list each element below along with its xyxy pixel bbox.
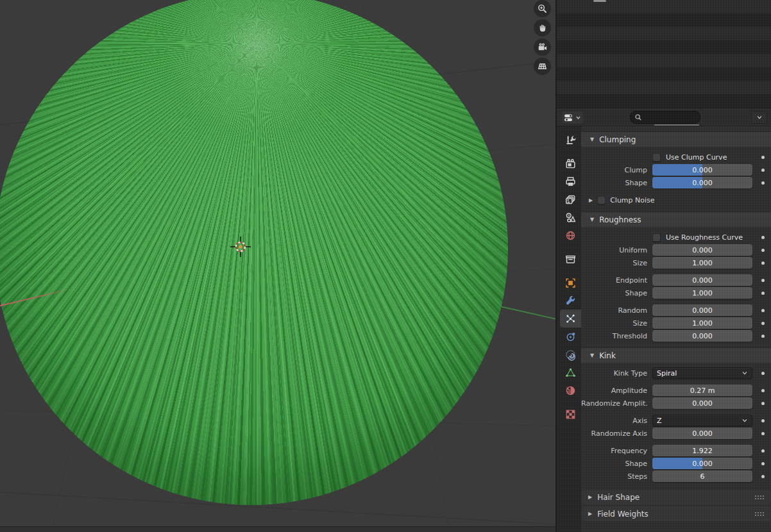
threshold-number[interactable]: 0.000 [652, 330, 752, 342]
properties-tab-particles[interactable] [560, 310, 581, 328]
chevron-down-icon [575, 115, 581, 121]
properties-tab-constraints[interactable] [560, 345, 581, 363]
disclosure-triangle-icon: ▼ [590, 137, 594, 142]
steps-number[interactable]: 6 [652, 470, 752, 482]
animate-decorator-dot[interactable] [761, 169, 765, 172]
wrench-icon [564, 295, 577, 307]
editor-type-button[interactable] [562, 112, 583, 124]
uniform-number[interactable]: 0.000 [652, 244, 752, 256]
filter-dropdown-button[interactable] [751, 111, 767, 124]
animate-decorator-dot[interactable] [761, 449, 765, 453]
properties-tab-material[interactable] [560, 381, 581, 399]
animate-decorator-dot[interactable] [761, 462, 765, 465]
drag-grip-icon[interactable] [754, 495, 764, 500]
animate-decorator-dot[interactable] [761, 419, 765, 422]
properties-tab-tool[interactable] [560, 131, 581, 149]
amplitude-number[interactable]: 0.27 m [652, 385, 752, 396]
search-box[interactable] [630, 111, 700, 124]
field-value: 0.27 m [652, 385, 752, 396]
gizmo-camera-view-button[interactable] [534, 38, 551, 56]
world-icon [564, 229, 577, 242]
clump-noise-checkbox[interactable] [597, 196, 606, 204]
size-number[interactable]: 1.000 [652, 317, 752, 329]
panel-title: Hair Shape [597, 493, 640, 502]
properties-tab-view-layer[interactable] [560, 190, 581, 208]
scrollbar-thumb[interactable] [593, 0, 606, 2]
animate-decorator-dot[interactable] [761, 279, 765, 282]
properties-tab-physics[interactable] [560, 328, 581, 345]
disclosure-triangle-icon: ▶ [588, 494, 592, 500]
dropdown-value: Z [657, 417, 662, 425]
shape-slider[interactable]: 0.000 [652, 177, 752, 188]
subpanel-clump-noise[interactable]: ▶Clump Noise [581, 194, 771, 206]
kink-type-dropdown[interactable]: Spiral [652, 367, 752, 379]
field-label: Threshold [581, 332, 647, 340]
animate-decorator-dot[interactable] [761, 262, 765, 265]
use-clump-curve-checkbox[interactable] [652, 153, 661, 162]
shape-slider[interactable]: 0.000 [652, 458, 752, 469]
endpoint-number[interactable]: 0.000 [652, 274, 752, 286]
animate-decorator-dot[interactable] [761, 156, 765, 159]
row-size: Size1.000 [581, 256, 771, 269]
properties-tab-column [557, 126, 581, 532]
gizmo-zoom-button[interactable] [534, 0, 551, 17]
properties-tab-render[interactable] [560, 154, 581, 172]
animate-decorator-dot[interactable] [761, 432, 765, 435]
section-header-roughness[interactable]: ▼ Roughness [581, 212, 771, 227]
section-body-roughness: Use Roughness CurveUniform0.000Size1.000… [581, 227, 771, 347]
size-number[interactable]: 1.000 [652, 257, 752, 269]
properties-tab-object-data[interactable] [560, 363, 581, 381]
shape-number[interactable]: 1.000 [652, 287, 752, 299]
animate-decorator-dot[interactable] [761, 389, 765, 392]
animate-decorator-dot[interactable] [761, 181, 765, 185]
properties-tab-collection[interactable] [560, 250, 581, 268]
use-roughness-curve-checkbox[interactable] [652, 233, 661, 242]
section-header-kink[interactable]: ▼ Kink [581, 347, 771, 363]
3d-viewport[interactable] [0, 0, 557, 532]
particle-settings-panel: ▼ ClumpingUse Clump CurveClump0.000Shape… [581, 126, 771, 532]
animate-decorator-dot[interactable] [761, 335, 765, 338]
animate-decorator-dot[interactable] [761, 236, 765, 239]
properties-tab-output[interactable] [560, 172, 581, 190]
randomize-axis-number[interactable]: 0.000 [652, 428, 752, 439]
clump-slider[interactable]: 0.000 [652, 164, 752, 176]
gizmo-pan-button[interactable] [534, 19, 551, 37]
field-label: Kink Type [581, 369, 647, 378]
animate-decorator-dot[interactable] [761, 322, 765, 325]
randomize-amplit-number[interactable]: 0.000 [652, 397, 752, 409]
row-shape: Shape0.000 [581, 176, 771, 189]
material-icon [564, 385, 577, 397]
hair-particle-sphere[interactable] [0, 0, 508, 505]
texture-icon [564, 408, 577, 420]
editor-divider[interactable] [555, 0, 557, 532]
animate-decorator-dot[interactable] [761, 372, 765, 375]
section-header-clumping[interactable]: ▼ Clumping [581, 131, 771, 147]
search-input[interactable] [642, 113, 693, 122]
properties-tab-object[interactable] [560, 274, 581, 292]
section-body-kink: Kink TypeSpiralAmplitude0.27 mRandomize … [581, 363, 771, 488]
axis-dropdown[interactable]: Z [652, 415, 752, 426]
gizmo-orthographic-button[interactable] [534, 58, 551, 75]
animate-decorator-dot[interactable] [761, 402, 765, 405]
field-label: Random [581, 306, 647, 315]
collapsed-panel-hair-shape[interactable]: ▶ Hair Shape [582, 490, 770, 504]
field-label: Randomize Amplit... [581, 399, 647, 408]
view-layer-icon [564, 194, 577, 206]
frequency-number[interactable]: 1.922 [652, 445, 752, 456]
properties-tab-texture[interactable] [560, 405, 581, 423]
collapsed-panel-field-weights[interactable]: ▶ Field Weights [582, 506, 770, 521]
animate-decorator-dot[interactable] [761, 292, 765, 295]
field-label: Steps [581, 472, 647, 481]
animate-decorator-dot[interactable] [761, 249, 765, 252]
drag-grip-icon[interactable] [754, 511, 764, 517]
properties-tab-modifiers[interactable] [560, 292, 581, 310]
properties-tab-scene[interactable] [560, 208, 581, 226]
properties-tab-world[interactable] [560, 226, 581, 244]
animate-decorator-dot[interactable] [761, 309, 765, 312]
random-number[interactable]: 0.000 [652, 304, 752, 316]
outliner-rows-area[interactable] [557, 0, 771, 108]
row-use-clump-curve: Use Clump Curve [581, 151, 771, 163]
field-label: Randomize Axis [581, 429, 647, 438]
animate-decorator-dot[interactable] [761, 475, 765, 478]
properties-editor: ▼ ClumpingUse Clump CurveClump0.000Shape… [557, 126, 771, 532]
